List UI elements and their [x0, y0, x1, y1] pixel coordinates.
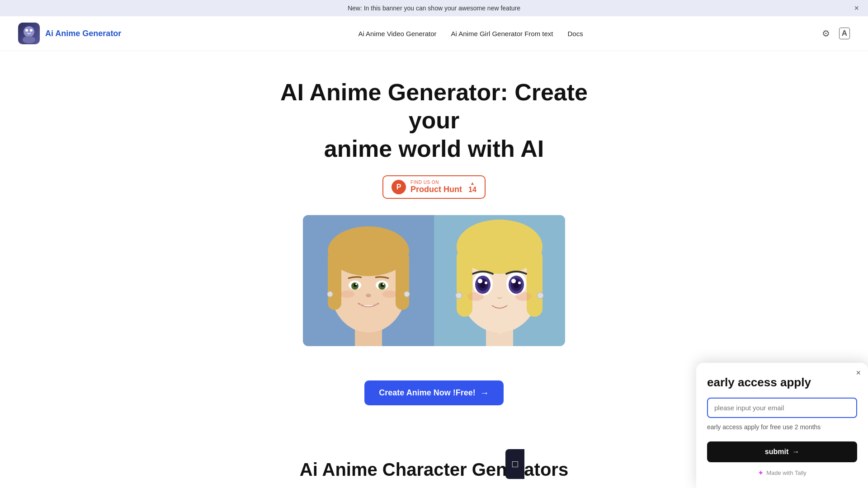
svg-point-42 [456, 292, 462, 299]
svg-point-2 [25, 29, 28, 32]
product-hunt-count: ▲ 14 [468, 181, 476, 194]
popup-overlay: □ × early access apply early access appl… [505, 363, 868, 488]
popup-card: × early access apply early access apply … [696, 363, 868, 488]
nav-link-girl-generator[interactable]: Ai Anime Girl Generator From text [451, 30, 553, 38]
product-hunt-text: FIND US ON Product Hunt [410, 180, 462, 194]
popup-tally: ✦ Made with Tally [707, 469, 857, 477]
svg-rect-9 [396, 251, 409, 310]
popup-close-button[interactable]: × [856, 368, 861, 378]
svg-rect-28 [457, 249, 472, 317]
product-hunt-icon: P [392, 180, 406, 194]
svg-point-0 [24, 26, 34, 37]
navbar-left: Ai Anime Generator [18, 23, 121, 44]
banner-close-button[interactable]: × [854, 4, 859, 13]
hero-image-left [303, 215, 434, 346]
svg-point-17 [382, 283, 384, 285]
svg-point-16 [355, 283, 357, 285]
navbar-links: Ai Anime Video Generator Ai Anime Girl G… [358, 30, 583, 38]
hero-image [303, 215, 565, 346]
hero-image-right [434, 215, 565, 346]
nav-link-video-generator[interactable]: Ai Anime Video Generator [358, 30, 436, 38]
navbar-icons: ⚙ A [820, 26, 850, 41]
svg-point-22 [382, 291, 397, 298]
top-banner: New: In this banner you can show your aw… [0, 0, 868, 16]
popup-tab-icon: □ [509, 458, 521, 470]
popup-submit-button[interactable]: submit → [707, 441, 857, 462]
svg-point-18 [366, 294, 371, 297]
settings-icon[interactable]: ⚙ [820, 26, 832, 41]
popup-email-input[interactable] [707, 398, 857, 418]
logo-image [18, 23, 40, 44]
tally-star-icon: ✦ [758, 469, 764, 477]
svg-point-41 [518, 282, 521, 284]
popup-title: early access apply [707, 375, 857, 389]
svg-point-19 [327, 291, 333, 297]
svg-point-40 [511, 279, 516, 283]
popup-hint: early access apply for free use 2 months [707, 423, 857, 431]
popup-submit-arrow-icon: → [792, 448, 799, 456]
svg-point-35 [485, 282, 487, 284]
svg-point-34 [478, 279, 482, 283]
banner-text: New: In this banner you can show your aw… [348, 5, 520, 12]
brand-name: Ai Anime Generator [45, 29, 121, 38]
translate-icon[interactable]: A [839, 28, 850, 39]
svg-point-21 [340, 291, 354, 298]
navbar: Ai Anime Generator Ai Anime Video Genera… [0, 16, 868, 51]
svg-point-3 [30, 29, 33, 32]
svg-point-45 [515, 292, 532, 301]
svg-point-44 [467, 292, 484, 301]
popup-tab[interactable]: □ [505, 449, 524, 479]
svg-point-43 [537, 292, 543, 299]
cta-arrow-icon: → [480, 388, 489, 398]
cta-button[interactable]: Create Anime Now !Free! → [364, 380, 503, 405]
product-hunt-badge[interactable]: P FIND US ON Product Hunt ▲ 14 [382, 175, 486, 199]
svg-point-20 [404, 291, 410, 297]
svg-rect-8 [328, 251, 341, 310]
hero-title: AI Anime Generator: Create your anime wo… [276, 78, 592, 163]
svg-rect-29 [527, 249, 542, 317]
nav-link-docs[interactable]: Docs [567, 30, 583, 38]
svg-point-1 [23, 36, 35, 43]
